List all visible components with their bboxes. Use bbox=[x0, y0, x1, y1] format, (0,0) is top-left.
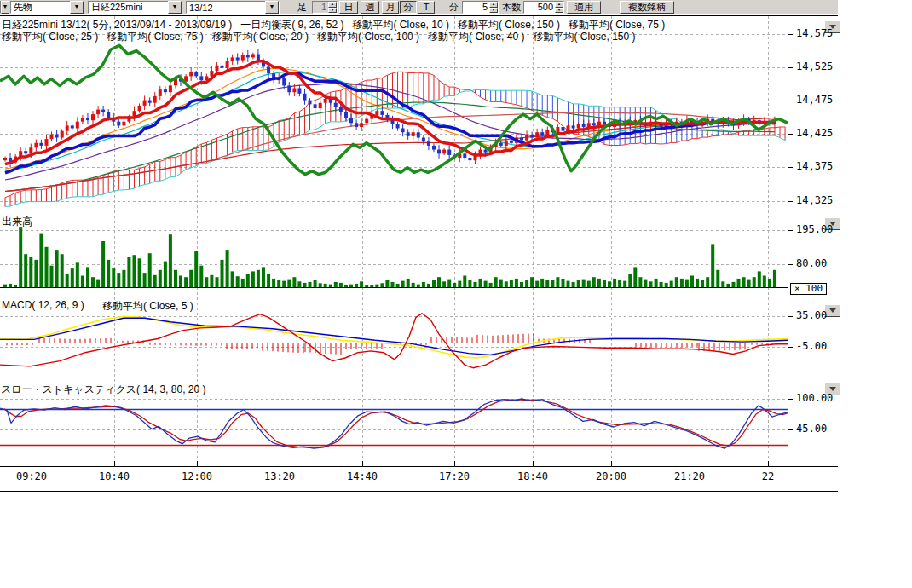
contract-month-combobox[interactable]: 13/12 ▼ bbox=[186, 1, 280, 14]
multi-symbol-button[interactable]: 複数銘柄 bbox=[620, 1, 674, 14]
minute-interval-spinner[interactable]: 5 ▲▼ bbox=[462, 1, 499, 14]
spinner-arrows-icon[interactable]: ▲▼ bbox=[489, 2, 498, 13]
spinner-arrows-icon[interactable]: ▲▼ bbox=[555, 2, 563, 13]
minute-interval-value: 5 bbox=[463, 2, 489, 13]
contract-month-value: 13/12 bbox=[187, 3, 213, 13]
bar-count-value: 500 bbox=[524, 2, 555, 13]
apply-button[interactable]: 適用 bbox=[567, 1, 601, 14]
chevron-down-icon bbox=[829, 308, 836, 313]
chevron-down-icon bbox=[829, 387, 836, 391]
period-tick-button[interactable]: T bbox=[418, 1, 435, 14]
chevron-down-icon bbox=[829, 222, 836, 226]
bar-count-spinner[interactable]: 500 ▲▼ bbox=[523, 1, 564, 14]
toolbar: ▼ 先物 ▼ 日経225mini ▼ 13/12 ▼ 足 1 ▲▼ 日 週 月 … bbox=[0, 0, 838, 14]
bar-interval-spinner[interactable]: 1 ▲▼ bbox=[312, 1, 338, 14]
instrument-type-value: 先物 bbox=[11, 1, 32, 14]
macd-pane-dropdown-button[interactable] bbox=[824, 304, 840, 317]
dropdown-arrow-icon[interactable]: ▼ bbox=[1, 1, 9, 14]
chevron-down-icon bbox=[829, 25, 836, 29]
bar-type-label: 足 bbox=[297, 1, 307, 14]
main-pane-dropdown-button[interactable] bbox=[824, 20, 840, 33]
chart-canvas bbox=[0, 0, 912, 588]
volume-multiplier-badge: × 100 bbox=[790, 283, 827, 295]
volume-pane-dropdown-button[interactable] bbox=[824, 217, 840, 230]
stoch-pane-dropdown-button[interactable] bbox=[824, 383, 840, 395]
instrument-type-combobox[interactable]: 先物 ▼ bbox=[10, 1, 84, 14]
dropdown-arrow-icon[interactable]: ▼ bbox=[70, 1, 84, 14]
dropdown-arrow-icon[interactable]: ▼ bbox=[168, 1, 182, 14]
minute-label: 分 bbox=[449, 1, 459, 14]
bar-interval-value: 1 bbox=[313, 2, 328, 13]
instrument-value: 日経225mini bbox=[89, 1, 143, 14]
period-week-button[interactable]: 週 bbox=[361, 1, 379, 14]
leftmost-partial-combobox[interactable]: ▼ bbox=[0, 1, 8, 14]
dropdown-arrow-icon[interactable]: ▼ bbox=[265, 1, 279, 14]
spinner-arrows-icon[interactable]: ▲▼ bbox=[328, 2, 337, 13]
chart-application-window: ▼ 先物 ▼ 日経225mini ▼ 13/12 ▼ 足 1 ▲▼ 日 週 月 … bbox=[0, 0, 912, 588]
period-minute-button[interactable]: 分 bbox=[400, 1, 417, 14]
bar-count-label: 本数 bbox=[502, 1, 521, 14]
period-day-button[interactable]: 日 bbox=[339, 1, 358, 14]
instrument-combobox[interactable]: 日経225mini ▼ bbox=[88, 1, 182, 14]
period-month-button[interactable]: 月 bbox=[382, 1, 399, 14]
